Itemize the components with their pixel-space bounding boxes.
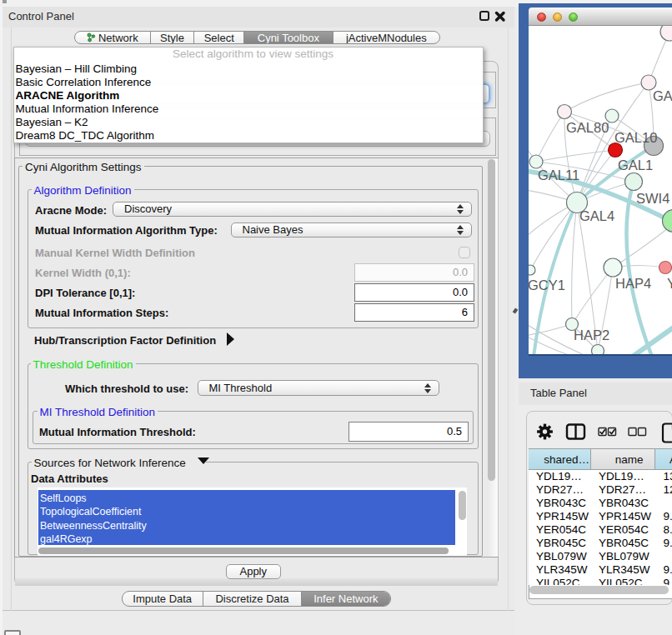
- svg-text:YP: YP: [667, 276, 672, 291]
- svg-text:GAL2: GAL2: [653, 88, 672, 103]
- svg-text:HAP4: HAP4: [615, 276, 651, 291]
- svg-text:GAL10: GAL10: [614, 130, 657, 145]
- svg-text:GAL80: GAL80: [566, 120, 609, 135]
- svg-text:GAL4: GAL4: [579, 208, 614, 223]
- svg-text:HAP2: HAP2: [574, 328, 609, 342]
- svg-text:GCY1: GCY1: [529, 278, 565, 292]
- svg-text:GAL1: GAL1: [618, 158, 653, 172]
- svg-text:GAL11: GAL11: [538, 168, 579, 182]
- svg-text:SWI4: SWI4: [636, 191, 669, 206]
